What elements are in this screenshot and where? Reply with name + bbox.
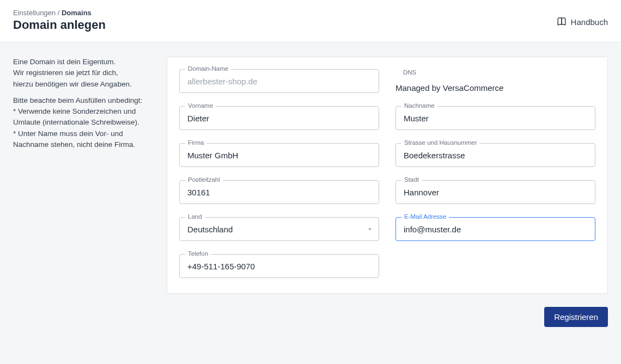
strasse-field[interactable]: Strasse und Hausnummer bbox=[395, 143, 595, 167]
firma-input[interactable] bbox=[180, 151, 379, 160]
breadcrumb: Einstellungen / Domains bbox=[13, 9, 106, 17]
breadcrumb-sep: / bbox=[56, 9, 62, 17]
manual-link[interactable]: Handbuch bbox=[557, 9, 608, 28]
vorname-input[interactable] bbox=[180, 114, 379, 123]
nachname-input[interactable] bbox=[396, 114, 595, 123]
email-field[interactable]: E-Mail Adresse bbox=[395, 217, 595, 241]
chevron-down-icon bbox=[367, 226, 373, 232]
land-label: Land bbox=[185, 213, 205, 220]
manual-link-label: Handbuch bbox=[571, 17, 608, 27]
telefon-input[interactable] bbox=[180, 262, 379, 271]
vorname-field[interactable]: Vorname bbox=[179, 106, 379, 130]
land-field[interactable]: Land Deutschland bbox=[179, 217, 379, 241]
domain-name-label: Domain-Name bbox=[185, 65, 231, 72]
breadcrumb-current[interactable]: Domains bbox=[62, 9, 92, 17]
help-line: Bitte beachte beim Ausfüllen unbedingt: bbox=[13, 96, 142, 104]
stadt-label: Stadt bbox=[401, 176, 422, 183]
telefon-field[interactable]: Telefon bbox=[179, 254, 379, 278]
help-line: * Verwende keine Sonderzeichen und Umlau… bbox=[13, 107, 139, 126]
land-value: Deutschland bbox=[180, 225, 367, 234]
page-title: Domain anlegen bbox=[13, 18, 106, 32]
vorname-label: Vorname bbox=[185, 102, 216, 109]
domain-name-input[interactable] bbox=[180, 77, 379, 86]
dns-value: Managed by VersaCommerce bbox=[395, 83, 595, 92]
strasse-label: Strasse und Hausnummer bbox=[401, 139, 480, 146]
book-icon bbox=[557, 16, 567, 28]
firma-label: Firma bbox=[185, 139, 206, 146]
email-label: E-Mail Adresse bbox=[401, 213, 449, 220]
dns-label: DNS bbox=[403, 69, 595, 76]
stadt-field[interactable]: Stadt bbox=[395, 180, 595, 204]
breadcrumb-parent[interactable]: Einstellungen bbox=[13, 9, 56, 17]
domain-form-card: Domain-Name DNS Managed by VersaCommerce… bbox=[167, 57, 608, 294]
email-input[interactable] bbox=[396, 225, 595, 234]
dns-block: DNS Managed by VersaCommerce bbox=[395, 69, 595, 93]
firma-field[interactable]: Firma bbox=[179, 143, 379, 167]
plz-input[interactable] bbox=[180, 188, 379, 197]
nachname-label: Nachname bbox=[401, 102, 437, 109]
strasse-input[interactable] bbox=[396, 151, 595, 160]
help-text: Eine Domain ist dein Eigentum. Wir regis… bbox=[13, 57, 153, 156]
help-line: * Unter Name muss dein Vor- und Nachname… bbox=[13, 129, 135, 149]
plz-label: Postleitzahl bbox=[185, 176, 223, 183]
help-line: Wir registrieren sie jetzt für dich, bbox=[13, 69, 118, 77]
stadt-input[interactable] bbox=[396, 188, 595, 197]
register-button[interactable]: Registrieren bbox=[544, 307, 608, 327]
domain-name-field[interactable]: Domain-Name bbox=[179, 69, 379, 93]
help-line: hierzu benötigen wir diese Angaben. bbox=[13, 80, 132, 88]
plz-field[interactable]: Postleitzahl bbox=[179, 180, 379, 204]
help-line: Eine Domain ist dein Eigentum. bbox=[13, 58, 115, 66]
nachname-field[interactable]: Nachname bbox=[395, 106, 595, 130]
telefon-label: Telefon bbox=[185, 250, 211, 257]
